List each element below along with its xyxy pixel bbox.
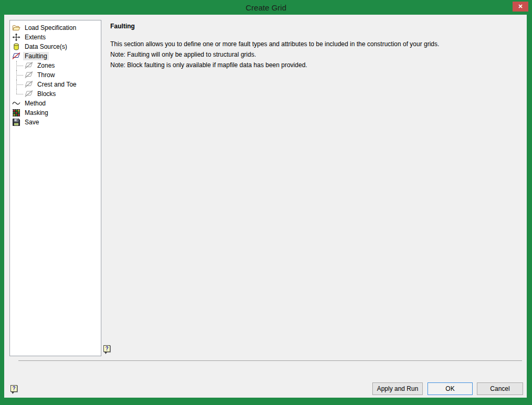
close-button[interactable]: ✕ — [513, 2, 528, 12]
sidebar-item-label: Throw — [36, 71, 56, 79]
sidebar-item-extents[interactable]: Extents — [10, 33, 101, 42]
fault-gray-icon — [25, 80, 33, 89]
sidebar-item-masking[interactable]: Masking — [10, 108, 101, 118]
sidebar-item-label: Masking — [23, 109, 50, 117]
sidebar-item-throw[interactable]: Throw — [10, 70, 101, 80]
tree-connector — [10, 61, 25, 70]
sidebar-item-label: Load Specification — [23, 24, 78, 32]
fault-icon — [12, 52, 20, 60]
tree-connector — [10, 80, 25, 89]
tree-connector — [10, 70, 25, 80]
ok-button[interactable]: OK — [427, 382, 473, 395]
sidebar-item-blocks[interactable]: Blocks — [10, 89, 101, 99]
fault-gray-icon — [25, 90, 33, 98]
description-line: This section allows you to define one or… — [110, 39, 439, 49]
sidebar-item-data-sources[interactable]: Data Source(s) — [10, 42, 101, 51]
help-icon[interactable]: ? — [103, 345, 110, 352]
sidebar-item-load-specification[interactable]: Load Specification — [10, 23, 101, 33]
sidebar-item-method[interactable]: Method — [10, 99, 101, 108]
sidebar-item-save[interactable]: Save — [10, 118, 101, 127]
sidebar-item-label: Zones — [36, 61, 56, 70]
cancel-button[interactable]: Cancel — [477, 382, 523, 395]
sidebar-item-label: Faulting — [23, 52, 49, 60]
description-note-1: Note: Faulting will only be applied to s… — [110, 49, 439, 60]
page-description: This section allows you to define one or… — [110, 39, 439, 70]
fault-gray-icon — [25, 61, 33, 70]
close-icon: ✕ — [518, 3, 523, 10]
sidebar-item-label: Method — [23, 99, 47, 108]
floppy-disk-icon — [12, 118, 20, 126]
tree-connector — [10, 89, 25, 99]
window-title: Create Grid — [246, 3, 287, 12]
titlebar: Create Grid ✕ — [0, 0, 532, 15]
sidebar-item-crest-and-toe[interactable]: Crest and Toe — [10, 80, 101, 89]
sidebar-item-label: Data Source(s) — [23, 42, 69, 51]
grid-mask-icon — [12, 109, 20, 117]
fault-gray-icon — [25, 71, 33, 79]
help-glyph: ? — [105, 346, 108, 351]
sidebar-item-faulting[interactable]: Faulting — [10, 51, 101, 61]
help-glyph: ? — [12, 386, 15, 391]
extents-arrows-icon — [12, 33, 20, 41]
settings-tree: Load Specification Extents Data Source(s… — [9, 20, 101, 356]
sidebar-item-zones[interactable]: Zones — [10, 61, 101, 70]
sidebar-item-label: Save — [23, 118, 40, 126]
footer-separator — [18, 360, 522, 361]
sidebar-item-label: Extents — [23, 33, 47, 41]
sine-wave-icon — [12, 99, 20, 108]
page-title: Faulting — [110, 23, 135, 30]
dialog-client-area: Load Specification Extents Data Source(s… — [4, 15, 527, 398]
apply-and-run-button[interactable]: Apply and Run — [372, 382, 423, 395]
help-icon[interactable]: ? — [11, 385, 17, 392]
open-folder-icon — [12, 24, 20, 32]
sidebar-item-label: Blocks — [36, 90, 57, 98]
database-icon — [12, 42, 20, 51]
sidebar-item-label: Crest and Toe — [36, 80, 78, 89]
description-note-2: Note: Block faulting is only available i… — [110, 60, 439, 70]
